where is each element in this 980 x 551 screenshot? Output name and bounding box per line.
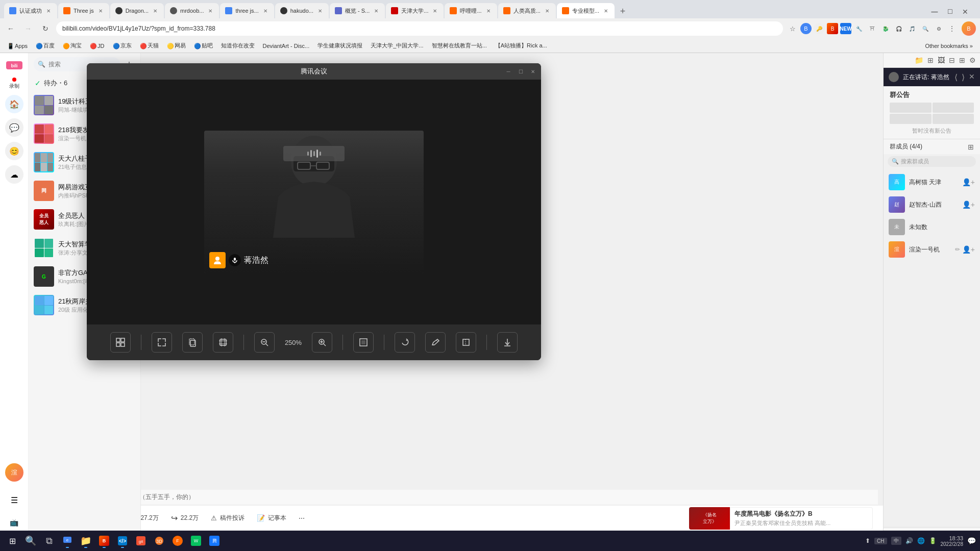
image-icon[interactable]: 🖼 <box>938 56 945 64</box>
member-search-box[interactable]: 🔍 搜索群成员 <box>888 156 976 167</box>
ext-icon-3[interactable]: 🔧 <box>853 23 865 34</box>
expand-tool-icon[interactable] <box>152 332 172 353</box>
add-member-icon[interactable]: 👤+ <box>962 178 975 186</box>
speaker-close-icon[interactable]: ✕ <box>969 72 975 82</box>
tab-close-btn[interactable]: ✕ <box>316 7 324 14</box>
taskbar-tencent-icon[interactable]: 腾 <box>206 533 223 549</box>
settings-icon[interactable]: ⚙ <box>969 56 976 64</box>
tab-close-btn[interactable]: ✕ <box>602 7 609 14</box>
report-btn[interactable]: ⚠ 稿件投诉 <box>211 514 244 522</box>
nav-cloud-icon[interactable]: ☁ <box>5 165 23 184</box>
tab-close-btn[interactable]: ✕ <box>485 7 492 14</box>
ext-icon-4[interactable]: ⛩ <box>867 23 878 34</box>
tab-humans[interactable]: 人类高质... ✕ <box>498 3 556 18</box>
movie-info[interactable]: 年度黑马电影《扬名立万》B 尹正秦昊觉客邓家佳全员竞技精 高能... <box>730 507 873 530</box>
user-streaming-avatar[interactable]: 渲 <box>5 463 23 482</box>
tab-close-btn[interactable]: ✕ <box>45 7 52 14</box>
ext-icon-new[interactable]: NEW <box>840 23 851 34</box>
url-input[interactable] <box>56 21 783 36</box>
member-item-gaoshumao[interactable]: 高 高树猫 天津 👤+ <box>884 171 980 193</box>
speaker-prev-icon[interactable]: ⟨ <box>954 72 958 82</box>
tab-close-btn[interactable]: ✕ <box>262 7 269 14</box>
user-avatar-icon[interactable]: B <box>962 21 976 36</box>
close-button[interactable]: ✕ <box>959 5 972 18</box>
bookmark-tieba[interactable]: 🔵 贴吧 <box>191 41 216 51</box>
tab-overview[interactable]: 概览 - S... ✕ <box>330 3 385 18</box>
tab-close-btn[interactable]: ✕ <box>373 7 380 14</box>
member-item-zhao[interactable]: 赵 赵智杰-山西 👤+ <box>884 193 980 216</box>
taskbar-explorer-icon[interactable]: e <box>59 533 76 549</box>
maximize-tencent-btn[interactable]: ☐ <box>517 67 525 76</box>
tab-dragon[interactable]: Dragon... ✕ <box>110 3 164 18</box>
taskbar-vscode-icon[interactable]: </> <box>114 533 131 549</box>
grid-view-icon[interactable]: ⊟ <box>949 56 955 64</box>
network-icon[interactable]: 🌐 <box>917 537 925 544</box>
bookmark-zhihushu[interactable]: 智慧树在线教育一站... <box>429 41 490 51</box>
record-button[interactable]: 录制 <box>9 78 19 90</box>
expand-icon[interactable]: ⊞ <box>968 143 974 151</box>
bookmark-rick[interactable]: 【A站独播】Rick a... <box>492 41 550 51</box>
add-member-icon-4[interactable]: 👤+ <box>962 245 975 254</box>
tab-tianjin[interactable]: 天津大学... ✕ <box>386 3 444 18</box>
chinese-input-icon[interactable]: 中 <box>891 537 901 545</box>
nav-face-icon[interactable]: 😊 <box>5 142 23 160</box>
bookmark-baidu[interactable]: 🔵 百度 <box>33 41 58 51</box>
minimize-button[interactable]: ─ <box>928 5 941 18</box>
bookmark-other[interactable]: Other bookmarks » <box>922 42 976 50</box>
profile-icon[interactable]: B <box>800 23 812 34</box>
taskbar-browser2-icon[interactable]: F <box>169 533 186 549</box>
copy-tool-icon[interactable] <box>182 332 203 353</box>
bookmark-wangyi[interactable]: 🟡 网易 <box>164 41 189 51</box>
tab-close-btn[interactable]: ✕ <box>152 7 159 14</box>
bookmark-jingdong[interactable]: 🔵 京东 <box>110 41 135 51</box>
nav-menu-icon[interactable]: ☰ <box>5 491 23 509</box>
bookmark-tianmao[interactable]: 🔴 天猫 <box>137 41 162 51</box>
tab-threejs2[interactable]: three js... ✕ <box>220 3 274 18</box>
taskbar-blender-icon[interactable]: 3D <box>151 533 167 549</box>
input-method-icon[interactable]: CH <box>874 538 887 544</box>
taskbar-git-icon[interactable]: git <box>133 533 149 549</box>
live-icon[interactable]: 📺 <box>10 518 18 527</box>
ext-icon-1[interactable]: 🔑 <box>814 23 825 34</box>
columns-icon[interactable]: ⊞ <box>927 56 934 64</box>
speaker-expand-icon[interactable]: ⟩ <box>962 72 965 82</box>
start-button[interactable]: ⊞ <box>4 533 20 549</box>
ext-icon-5[interactable]: 🐉 <box>880 23 891 34</box>
tab-mrdoob[interactable]: mrdoob... ✕ <box>165 3 219 18</box>
back-button[interactable]: ← <box>4 22 17 35</box>
ext-icon-9[interactable]: ⚙ <box>933 23 944 34</box>
search-taskbar-icon[interactable]: 🔍 <box>22 533 39 549</box>
tab-close-btn[interactable]: ✕ <box>207 7 214 14</box>
nav-home-icon[interactable]: 🏠 <box>5 95 23 113</box>
battery-icon[interactable]: 🔋 <box>929 537 937 544</box>
notification-icon[interactable]: 💬 <box>967 537 976 545</box>
member-item-unknown[interactable]: 未 未知数 <box>884 216 980 238</box>
nav-message-icon[interactable]: 💬 <box>5 118 23 137</box>
bookmark-tianjin-univ[interactable]: 天津大学_中国大学... <box>368 41 426 51</box>
maximize-button[interactable]: ☐ <box>943 5 957 18</box>
tab-close-btn[interactable]: ✕ <box>97 7 104 14</box>
bookmark-deviantart[interactable]: DeviantArt - Disc... <box>260 42 313 50</box>
share-stat[interactable]: ↪ 22.2万 <box>171 513 199 523</box>
folder-icon[interactable]: 📁 <box>915 56 923 64</box>
forward-button[interactable]: → <box>21 22 35 35</box>
tray-icon-1[interactable]: ⬆ <box>865 537 870 544</box>
bookmark-apps[interactable]: 📱 Apps <box>4 42 31 50</box>
ext-icon-7[interactable]: 🎵 <box>906 23 918 34</box>
more-btn[interactable]: ⋯ <box>299 515 305 522</box>
tab-hakudo[interactable]: hakudo... ✕ <box>275 3 329 18</box>
reload-button[interactable]: ↻ <box>39 22 52 35</box>
extensions-icon[interactable]: ⋮ <box>946 23 958 34</box>
rotate-tool-icon[interactable] <box>395 332 415 353</box>
zoom-out-tool-icon[interactable] <box>254 332 275 353</box>
member-item-render[interactable]: 渲 渲染一号机 ✏ 👤+ <box>884 238 980 261</box>
tab-authenticate[interactable]: 认证成功 ✕ <box>4 3 57 18</box>
bookmark-student[interactable]: 学生健康状况填报 <box>314 41 365 51</box>
zoom-in-tool-icon[interactable] <box>312 332 332 353</box>
grid-view-tool-icon[interactable] <box>110 332 131 353</box>
list-icon[interactable]: ⊞ <box>959 56 965 64</box>
crop-tool-icon[interactable] <box>213 332 233 353</box>
crop2-tool-icon[interactable] <box>456 332 476 353</box>
taskbar-files-icon[interactable]: 📁 <box>78 533 94 549</box>
bookmark-jd[interactable]: 🔴 JD <box>87 42 107 50</box>
